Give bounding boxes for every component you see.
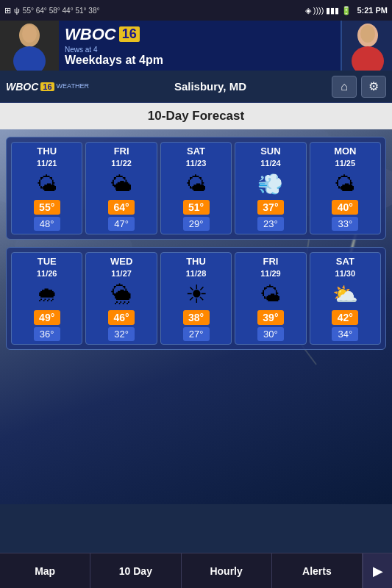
high-temp: 49° <box>34 310 60 325</box>
cast-icon: ◈ <box>305 6 311 15</box>
home-icon: ⌂ <box>341 80 348 93</box>
nav-icons: ⌂ ⚙ <box>332 76 386 98</box>
battery-icon: 🔋 <box>341 6 352 15</box>
weather-icon: 🌤 <box>180 170 213 198</box>
status-left-icons: ⊞ ψ 55° 64° 58° 44° 51° 38° <box>4 6 99 15</box>
weather-icon: 🌤 <box>31 170 63 198</box>
day-name: FRI <box>114 146 129 157</box>
high-temp: 40° <box>332 200 358 215</box>
day-date: 11/24 <box>260 159 281 168</box>
high-temp: 39° <box>257 310 284 325</box>
high-temp: 37° <box>257 200 284 215</box>
news-at-4-label: News at 4 <box>65 46 97 54</box>
day-card-sat[interactable]: SAT 11/30 ⛅ 42° 34° <box>310 252 381 345</box>
day-name: FRI <box>263 256 278 267</box>
low-temp: 23° <box>257 217 284 231</box>
day-name: SAT <box>187 146 205 157</box>
day-card-wed[interactable]: WED 11/27 🌦 46° 32° <box>85 252 157 345</box>
weather-icon: 🌧 <box>31 280 63 308</box>
day-date: 11/28 <box>186 269 207 278</box>
low-temp: 30° <box>257 327 284 341</box>
signal-icon: ψ <box>14 6 20 15</box>
day-name: MON <box>334 146 356 157</box>
weather-icon: ⛅ <box>329 280 361 308</box>
day-date: 11/21 <box>37 159 57 168</box>
day-name: SUN <box>260 146 280 157</box>
temp-readings: 55° 64° 58° 44° 51° 38° <box>23 7 100 15</box>
day-card-fri[interactable]: FRI 11/22 🌥 64° 47° <box>85 142 157 234</box>
ad-left-person <box>0 21 59 71</box>
day-card-sun[interactable]: SUN 11/24 💨 37° 23° <box>235 142 306 234</box>
low-temp: 36° <box>34 327 60 341</box>
day-name: WED <box>110 256 132 267</box>
day-date: 11/29 <box>260 269 281 278</box>
weather-icon: 🌦 <box>105 280 138 308</box>
signal-bars: ▮▮▮ <box>326 6 339 15</box>
ad-content: WBOC 16 News at 4 Weekdays at 4pm <box>59 21 341 71</box>
weather-icon: 🌤 <box>329 170 361 198</box>
low-temp: 27° <box>183 327 210 341</box>
person-left-icon <box>4 21 55 71</box>
status-bar: ⊞ ψ 55° 64° 58° 44° 51° 38° ◈ )))) ▮▮▮ 🔋… <box>0 0 392 21</box>
settings-icon: ⚙ <box>368 79 379 93</box>
play-button[interactable]: ▶ <box>363 553 392 588</box>
day-date: 11/26 <box>37 269 57 278</box>
home-button[interactable]: ⌂ <box>332 76 357 98</box>
page-title: 10-Day Forecast <box>0 103 392 129</box>
channel-number: 16 <box>119 26 140 42</box>
low-temp: 47° <box>108 217 135 231</box>
clock: 5:21 PM <box>357 6 388 15</box>
weather-icon: 🌤 <box>254 280 287 308</box>
bottom-tab-bar: Map 10 Day Hourly Alerts ▶ <box>0 553 392 588</box>
week2-forecast: TUE 11/26 🌧 49° 36° WED 11/27 🌦 46° 32° … <box>6 247 386 350</box>
svg-point-7 <box>360 25 375 43</box>
weather-icon: ☀ <box>180 280 213 308</box>
tab-map[interactable]: Map <box>0 553 90 588</box>
nav-city: Salisbury, MD <box>95 80 326 93</box>
nav-logo: WBOC 16 WEATHER <box>6 81 89 93</box>
day-name: THU <box>186 256 206 267</box>
settings-button[interactable]: ⚙ <box>361 76 386 98</box>
page-title-text: 10-Day Forecast <box>148 109 244 123</box>
tab-hourly[interactable]: Hourly <box>182 553 272 588</box>
high-temp: 55° <box>34 200 60 215</box>
wboc-text: WBOC <box>65 25 116 44</box>
day-card-thu[interactable]: THU 11/28 ☀ 38° 27° <box>160 252 232 345</box>
day-date: 11/22 <box>111 159 132 168</box>
nav-weather-label: WEATHER <box>57 82 89 90</box>
day-name: SAT <box>336 256 354 267</box>
day-name: TUE <box>38 256 57 267</box>
person-right-icon <box>342 21 392 71</box>
high-temp: 51° <box>183 200 210 215</box>
day-card-thu[interactable]: THU 11/21 🌤 55° 48° <box>11 142 82 234</box>
day-card-tue[interactable]: TUE 11/26 🌧 49° 36° <box>11 252 82 345</box>
weather-icon: 🌥 <box>105 170 138 198</box>
high-temp: 38° <box>183 310 210 325</box>
day-card-fri[interactable]: FRI 11/29 🌤 39° 30° <box>235 252 306 345</box>
week1-forecast: THU 11/21 🌤 55° 48° FRI 11/22 🌥 64° 47° … <box>6 137 386 240</box>
tab-10day[interactable]: 10 Day <box>90 553 181 588</box>
low-temp: 32° <box>108 327 135 341</box>
day-date: 11/25 <box>335 159 356 168</box>
nav-wboc-text: WBOC <box>6 81 38 93</box>
high-temp: 42° <box>332 310 358 325</box>
day-card-mon[interactable]: MON 11/25 🌤 40° 33° <box>310 142 381 234</box>
day-date: 11/30 <box>335 269 356 278</box>
tab-alerts[interactable]: Alerts <box>272 553 363 588</box>
ad-logo: WBOC 16 <box>65 25 140 44</box>
day-date: 11/27 <box>111 269 132 278</box>
nav-bar: WBOC 16 WEATHER Salisbury, MD ⌂ ⚙ <box>0 71 392 103</box>
high-temp: 46° <box>108 310 135 325</box>
ad-banner[interactable]: WBOC 16 News at 4 Weekdays at 4pm <box>0 21 392 71</box>
day-card-sat[interactable]: SAT 11/23 🌤 51° 29° <box>160 142 232 234</box>
low-temp: 29° <box>183 217 210 231</box>
ad-headline: Weekdays at 4pm <box>65 54 163 67</box>
main-content: THU 11/21 🌤 55° 48° FRI 11/22 🌥 64° 47° … <box>0 129 392 365</box>
usb-icon: ⊞ <box>4 6 11 15</box>
nav-channel-num: 16 <box>40 82 54 91</box>
day-name: THU <box>37 146 57 157</box>
status-right-icons: ◈ )))) ▮▮▮ 🔋 5:21 PM <box>305 6 388 15</box>
low-temp: 48° <box>34 217 60 231</box>
ad-right-person <box>341 21 392 71</box>
day-date: 11/23 <box>186 159 207 168</box>
